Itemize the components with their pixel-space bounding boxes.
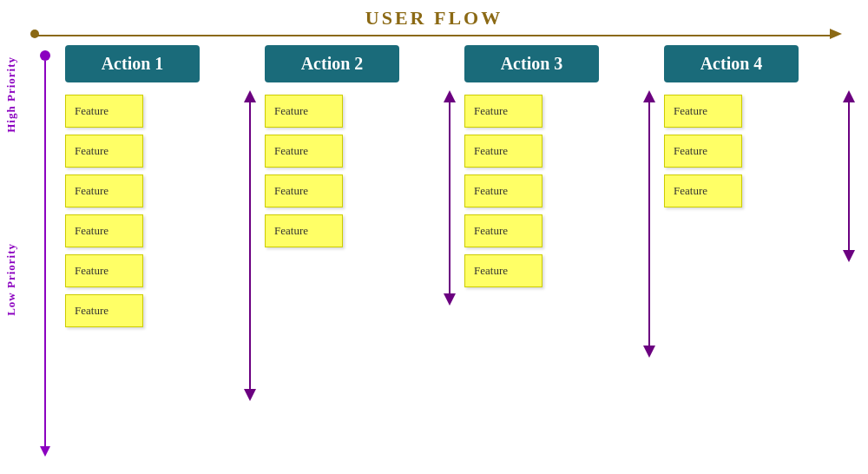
feature-note-action4-1: Feature — [664, 135, 742, 168]
arrow-up-head — [643, 90, 655, 102]
feature-note-action4-2: Feature — [664, 174, 742, 207]
low-priority-label: Low Priority — [4, 243, 18, 316]
arrow-down-head — [244, 389, 256, 401]
feature-note-action1-3: Feature — [65, 214, 143, 247]
arrow-up-head — [843, 90, 855, 102]
feature-note-action1-4: Feature — [65, 254, 143, 287]
priority-arrow-action2 — [444, 90, 456, 306]
axis-line — [44, 61, 46, 446]
arrow-down-head — [843, 250, 855, 262]
priority-arrow-action4 — [843, 90, 855, 262]
arrow-head — [830, 29, 842, 39]
arrow-down-head — [444, 293, 456, 306]
feature-note-action2-1: Feature — [265, 135, 343, 168]
feature-note-action2-3: Feature — [265, 214, 343, 247]
arrow-start-dot — [30, 30, 39, 38]
columns-container: Action 1FeatureFeatureFeatureFeatureFeat… — [65, 45, 855, 465]
feature-note-action3-1: Feature — [464, 135, 542, 168]
feature-note-action3-4: Feature — [464, 254, 542, 287]
column-action4: Action 4FeatureFeatureFeature — [664, 45, 855, 465]
priority-arrow-action3 — [643, 90, 655, 358]
feature-note-action4-0: Feature — [664, 95, 742, 128]
priority-axis — [36, 50, 54, 457]
high-priority-label: High Priority — [4, 56, 18, 133]
feature-note-action3-2: Feature — [464, 174, 542, 207]
header-action1: Action 1 — [65, 45, 200, 82]
arrow-body — [648, 102, 650, 346]
page-container: USER FLOW High Priority Low Priority Act… — [0, 0, 868, 474]
header-action2: Action 2 — [265, 45, 399, 82]
axis-arrow-down — [40, 446, 50, 457]
arrow-body — [449, 102, 450, 293]
feature-note-action3-0: Feature — [464, 95, 542, 128]
horizontal-flow-arrow — [35, 33, 842, 38]
page-title: USER FLOW — [0, 7, 868, 30]
feature-note-action1-2: Feature — [65, 174, 143, 207]
feature-note-action1-1: Feature — [65, 135, 143, 168]
arrow-up-head — [244, 90, 256, 102]
column-action2: Action 2FeatureFeatureFeatureFeature — [265, 45, 456, 465]
feature-note-action1-5: Feature — [65, 294, 143, 327]
header-action4: Action 4 — [664, 45, 799, 82]
feature-note-action2-0: Feature — [265, 95, 343, 128]
priority-arrow-action1 — [244, 90, 256, 401]
column-action1: Action 1FeatureFeatureFeatureFeatureFeat… — [65, 45, 256, 465]
feature-note-action3-3: Feature — [464, 214, 542, 247]
arrow-line — [35, 35, 832, 36]
header-action3: Action 3 — [464, 45, 599, 82]
feature-note-action2-2: Feature — [265, 174, 343, 207]
axis-dot — [40, 50, 50, 61]
feature-note-action1-0: Feature — [65, 95, 143, 128]
arrow-body — [848, 102, 850, 250]
arrow-up-head — [444, 90, 456, 102]
arrow-body — [249, 102, 251, 389]
arrow-down-head — [643, 346, 655, 358]
column-action3: Action 3FeatureFeatureFeatureFeatureFeat… — [464, 45, 655, 465]
